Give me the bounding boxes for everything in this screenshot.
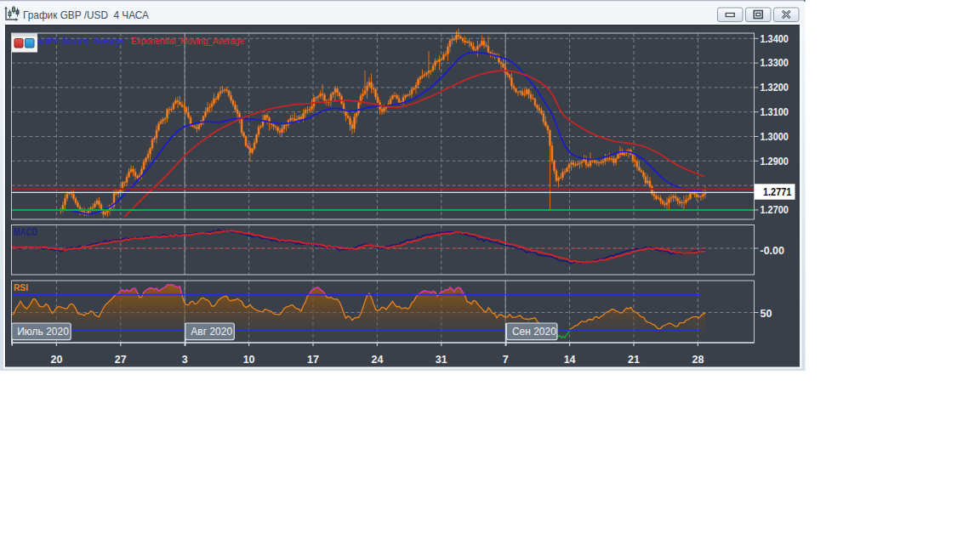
svg-text:50: 50 (761, 308, 772, 320)
svg-text:Exponential_Moving_Average: Exponential_Moving_Average (131, 37, 244, 46)
svg-text:RSI: RSI (14, 282, 28, 293)
svg-text:24: 24 (371, 354, 383, 366)
svg-text:MACD: MACD (14, 226, 37, 238)
svg-text:10: 10 (243, 354, 255, 366)
svg-text:-0.00: -0.00 (761, 245, 785, 257)
svg-text:31: 31 (436, 354, 447, 366)
svg-text:Авг 2020: Авг 2020 (191, 326, 232, 338)
svg-text:7: 7 (503, 354, 509, 366)
svg-text:1.2771: 1.2771 (763, 186, 791, 198)
svg-text:1.3200: 1.3200 (761, 82, 789, 94)
svg-text:ential_Moving_Average: ential_Moving_Average (38, 37, 125, 46)
svg-text:1.3300: 1.3300 (761, 57, 789, 69)
svg-text:1.3400: 1.3400 (761, 33, 789, 45)
svg-text:1.3000: 1.3000 (761, 131, 789, 143)
svg-text:График GBP /USD 4 ЧАСА: График GBP /USD 4 ЧАСА (23, 9, 149, 21)
svg-text:1.2700: 1.2700 (761, 204, 789, 216)
svg-text:28: 28 (692, 354, 704, 366)
svg-text:27: 27 (115, 354, 127, 366)
svg-text:21: 21 (628, 354, 640, 366)
svg-text:20: 20 (50, 354, 62, 366)
svg-text:17: 17 (307, 354, 319, 366)
svg-text:3: 3 (182, 354, 188, 366)
svg-text:1.3100: 1.3100 (761, 106, 789, 118)
svg-text:Июль 2020: Июль 2020 (17, 326, 69, 338)
svg-text:Сен 2020: Сен 2020 (512, 326, 556, 338)
svg-text:14: 14 (564, 354, 576, 366)
svg-text:1.2900: 1.2900 (761, 156, 789, 168)
